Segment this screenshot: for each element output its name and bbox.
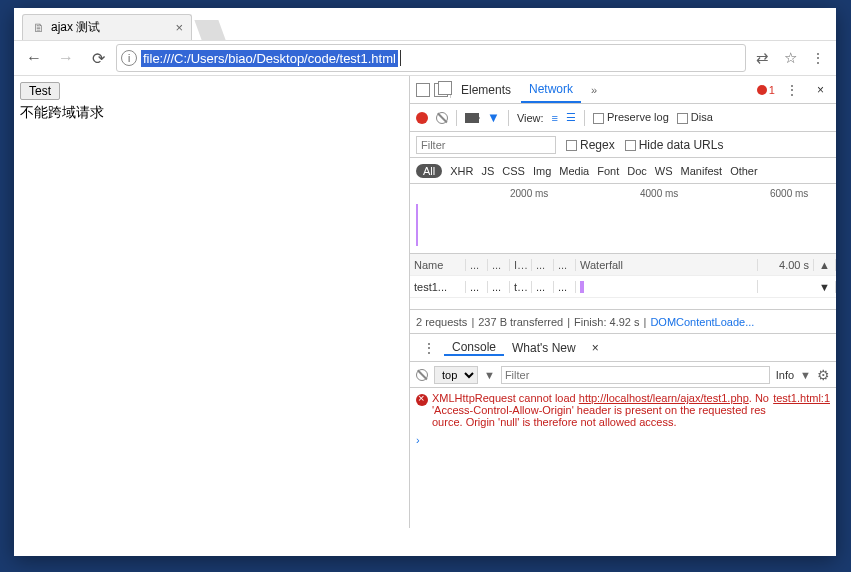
reload-button[interactable]: ⟳ <box>84 44 112 72</box>
device-icon[interactable] <box>434 83 448 97</box>
console-output: XMLHttpRequest cannot load http://localh… <box>410 388 836 528</box>
console-scope-select[interactable]: top <box>434 366 478 384</box>
type-css[interactable]: CSS <box>502 165 525 177</box>
record-icon[interactable] <box>416 112 428 124</box>
tab-close-icon[interactable]: × <box>175 20 183 35</box>
console-error[interactable]: XMLHttpRequest cannot load http://localh… <box>416 392 830 428</box>
site-info-icon[interactable]: i <box>121 50 137 66</box>
view-large-icon[interactable]: ≡ <box>552 112 558 124</box>
view-small-icon[interactable]: ☰ <box>566 111 576 124</box>
type-all[interactable]: All <box>416 164 442 178</box>
devtools-menu-icon[interactable]: ⋮ <box>777 76 807 103</box>
test-button[interactable]: Test <box>20 82 60 100</box>
type-img[interactable]: Img <box>533 165 551 177</box>
table-header: Name ...... Ini... ...... Waterfall 4.00… <box>410 254 836 276</box>
network-summary: 2 requests| 237 B transferred| Finish: 4… <box>410 310 836 334</box>
error-icon <box>416 394 428 406</box>
type-xhr[interactable]: XHR <box>450 165 473 177</box>
regex-checkbox[interactable]: Regex <box>566 138 615 152</box>
tab-whatsnew[interactable]: What's New <box>504 341 584 355</box>
filter-icon[interactable]: ▼ <box>487 110 500 125</box>
file-icon: 🗎 <box>33 21 45 35</box>
new-tab-button[interactable] <box>194 20 225 40</box>
network-filter-input[interactable] <box>416 136 556 154</box>
error-badge[interactable]: 1 <box>757 84 775 96</box>
type-manifest[interactable]: Manifest <box>681 165 723 177</box>
network-timeline[interactable]: 2000 ms 4000 ms 6000 ms <box>410 184 836 254</box>
page-content: Test 不能跨域请求 <box>14 76 409 528</box>
bookmark-icon[interactable]: ☆ <box>778 49 802 67</box>
scroll-down-icon[interactable]: ▼ <box>814 281 836 293</box>
url-text: file:///C:/Users/biao/Desktop/code/test1… <box>141 50 398 67</box>
console-filter-input[interactable] <box>501 366 770 384</box>
table-row[interactable]: test1... ...... te... ...... ▼ <box>410 276 836 298</box>
type-media[interactable]: Media <box>559 165 589 177</box>
tab-elements[interactable]: Elements <box>453 76 519 103</box>
scroll-up-icon[interactable]: ▲ <box>814 259 836 271</box>
view-label: View: <box>517 112 544 124</box>
page-message: 不能跨域请求 <box>20 104 403 122</box>
devtools-panel: Elements Network » 1 ⋮ × ▼ View: ≡ ☰ Pre… <box>409 76 836 528</box>
clear-icon[interactable] <box>436 112 448 124</box>
forward-button: → <box>52 44 80 72</box>
type-ws[interactable]: WS <box>655 165 673 177</box>
error-source[interactable]: test1.html:1 <box>773 392 830 428</box>
screenshot-icon[interactable] <box>465 113 479 123</box>
error-url[interactable]: http://localhost/learn/ajax/test1.php <box>579 392 749 404</box>
preserve-log-checkbox[interactable]: Preserve log <box>593 111 669 124</box>
tab-title: ajax 测试 <box>51 19 100 36</box>
drawer-close-icon[interactable]: × <box>584 341 607 355</box>
type-other[interactable]: Other <box>730 165 758 177</box>
gear-icon[interactable]: ⚙ <box>817 367 830 383</box>
hide-data-urls-checkbox[interactable]: Hide data URLs <box>625 138 724 152</box>
tab-console[interactable]: Console <box>444 340 504 356</box>
console-level-select[interactable]: Info <box>776 369 794 381</box>
timeline-bar <box>416 204 418 246</box>
text-cursor <box>400 50 401 66</box>
tab-more[interactable]: » <box>583 76 605 103</box>
devtools-close-icon[interactable]: × <box>809 76 832 103</box>
translate-icon[interactable]: ⇄ <box>750 49 774 67</box>
type-js[interactable]: JS <box>481 165 494 177</box>
console-clear-icon[interactable] <box>416 369 428 381</box>
console-prompt[interactable]: › <box>416 434 830 446</box>
disable-cache-checkbox[interactable]: Disa <box>677 111 713 124</box>
browser-tab[interactable]: 🗎 ajax 测试 × <box>22 14 192 40</box>
back-button[interactable]: ← <box>20 44 48 72</box>
type-doc[interactable]: Doc <box>627 165 647 177</box>
type-font[interactable]: Font <box>597 165 619 177</box>
tab-network[interactable]: Network <box>521 76 581 103</box>
address-bar[interactable]: i file:///C:/Users/biao/Desktop/code/tes… <box>116 44 746 72</box>
inspect-icon[interactable] <box>416 83 430 97</box>
drawer-menu-icon[interactable]: ⋮ <box>414 340 444 356</box>
menu-icon[interactable]: ⋮ <box>806 50 830 66</box>
